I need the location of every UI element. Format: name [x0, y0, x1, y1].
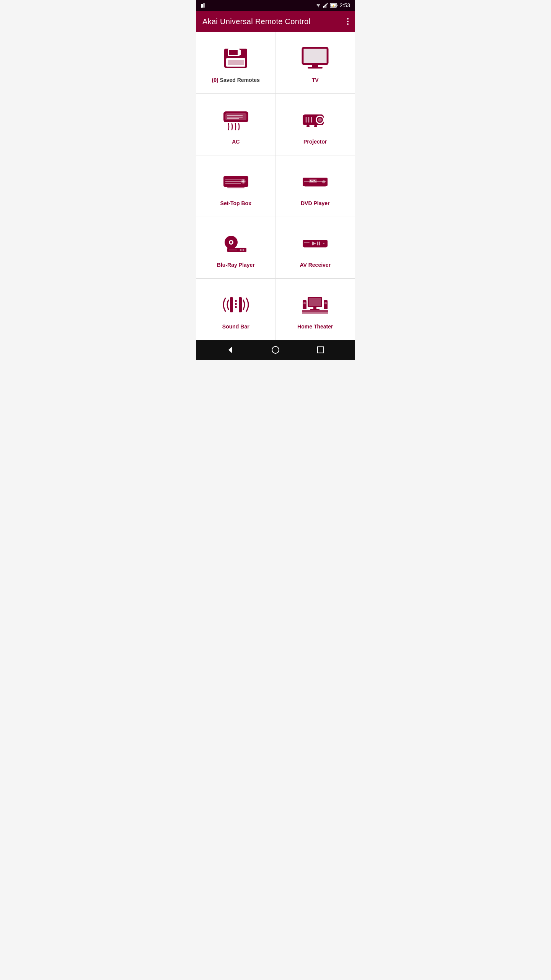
- svg-rect-6: [326, 3, 327, 8]
- svg-point-73: [303, 302, 306, 304]
- svg-rect-58: [317, 242, 318, 245]
- svg-rect-72: [303, 300, 306, 309]
- svg-point-67: [235, 306, 237, 308]
- svg-point-61: [323, 243, 324, 244]
- svg-point-47: [322, 180, 325, 183]
- svg-point-65: [235, 300, 237, 302]
- svg-rect-64: [239, 297, 242, 312]
- svg-rect-0: [201, 4, 203, 8]
- dvd-icon: DVD: [300, 168, 331, 195]
- svg-rect-63: [230, 297, 233, 312]
- tv-label: TV: [312, 77, 319, 83]
- app-bar: Akai Universal Remote Control: [196, 11, 355, 32]
- svg-point-53: [240, 249, 241, 251]
- grid-cell-av-receiver[interactable]: AV Receiver: [276, 217, 355, 278]
- more-menu-button[interactable]: [347, 18, 349, 25]
- soundbar-icon: [220, 291, 251, 318]
- svg-rect-34: [306, 125, 310, 127]
- svg-marker-78: [228, 346, 232, 353]
- svg-rect-9: [337, 5, 337, 6]
- status-bar-left: [201, 3, 207, 8]
- svg-rect-77: [302, 312, 328, 314]
- svg-rect-17: [238, 50, 241, 55]
- grid-cell-dvd-player[interactable]: DVD DVD Player: [276, 155, 355, 217]
- svg-rect-62: [304, 247, 326, 248]
- save-icon: [220, 45, 251, 72]
- svg-point-66: [235, 303, 237, 305]
- svg-text:⚡: ⚡: [332, 4, 335, 8]
- bluray-icon: [220, 230, 251, 256]
- device-grid: (0) Saved Remotes TV: [196, 32, 355, 340]
- home-icon: [271, 346, 280, 354]
- dot-1: [347, 18, 349, 20]
- svg-rect-35: [314, 125, 317, 127]
- back-icon: [226, 346, 235, 354]
- status-time: 2:53: [340, 2, 350, 8]
- svg-rect-69: [309, 298, 321, 306]
- svg-point-51: [230, 241, 232, 243]
- home-button[interactable]: [269, 343, 282, 357]
- svg-rect-1: [203, 3, 205, 8]
- status-bar: ⚡ 2:53: [196, 0, 355, 11]
- projector-label: Projector: [303, 139, 327, 145]
- svg-rect-48: [305, 186, 326, 187]
- app-icon-1: [201, 3, 207, 8]
- saved-label: Saved Remotes: [220, 77, 260, 83]
- svg-rect-42: [227, 187, 245, 188]
- ac-icon: [220, 106, 251, 133]
- svg-point-30: [318, 118, 322, 122]
- signal-icon: [323, 3, 328, 8]
- app-bar-title: Akai Universal Remote Control: [202, 17, 310, 26]
- blu-ray-player-label: Blu-Ray Player: [217, 262, 255, 268]
- svg-point-41: [242, 180, 245, 183]
- set-top-box-label: Set-Top Box: [220, 200, 251, 206]
- ac-label: AC: [232, 139, 240, 145]
- navigation-bar: [196, 340, 355, 360]
- wifi-icon: [315, 3, 321, 8]
- svg-rect-80: [318, 347, 324, 353]
- battery-icon: ⚡: [330, 3, 338, 8]
- recent-icon: [316, 346, 325, 354]
- projector-icon: [300, 106, 331, 133]
- svg-rect-76: [302, 310, 328, 312]
- av-icon: [300, 230, 331, 256]
- svg-rect-59: [319, 242, 320, 245]
- saved-count: (0): [212, 77, 220, 83]
- grid-cell-sound-bar[interactable]: Sound Bar: [196, 279, 276, 340]
- grid-cell-saved-remotes[interactable]: (0) Saved Remotes: [196, 32, 276, 93]
- svg-rect-21: [308, 67, 323, 69]
- settop-icon: [220, 168, 251, 195]
- grid-cell-ac[interactable]: AC: [196, 94, 276, 155]
- sound-bar-label: Sound Bar: [222, 323, 249, 330]
- dot-3: [347, 23, 349, 25]
- svg-rect-14: [229, 50, 238, 55]
- svg-rect-16: [228, 60, 244, 65]
- grid-cell-home-theater[interactable]: Home Theater: [276, 279, 355, 340]
- grid-cell-set-top-box[interactable]: Set-Top Box: [196, 155, 276, 217]
- recent-apps-button[interactable]: [314, 343, 328, 357]
- status-bar-right: ⚡ 2:53: [315, 2, 350, 8]
- grid-cell-projector[interactable]: Projector: [276, 94, 355, 155]
- back-button[interactable]: [223, 343, 237, 357]
- dvd-player-label: DVD Player: [301, 200, 329, 206]
- svg-point-54: [242, 249, 244, 251]
- svg-rect-71: [310, 309, 320, 310]
- grid-cell-tv[interactable]: TV: [276, 32, 355, 93]
- svg-point-75: [324, 302, 327, 304]
- svg-rect-70: [313, 307, 316, 309]
- svg-point-2: [318, 7, 319, 7]
- svg-rect-74: [324, 300, 328, 309]
- hometheatre-icon: [300, 291, 331, 318]
- svg-rect-20: [312, 64, 318, 67]
- grid-cell-blu-ray-player[interactable]: Blu-Ray Player: [196, 217, 276, 278]
- svg-point-79: [272, 346, 279, 353]
- av-receiver-label: AV Receiver: [300, 262, 331, 268]
- saved-remotes-label: (0) Saved Remotes: [212, 77, 260, 83]
- svg-rect-60: [304, 242, 310, 243]
- home-theater-label: Home Theater: [297, 323, 333, 330]
- tv-icon: [300, 45, 331, 72]
- dot-2: [347, 21, 349, 22]
- svg-rect-19: [304, 49, 326, 63]
